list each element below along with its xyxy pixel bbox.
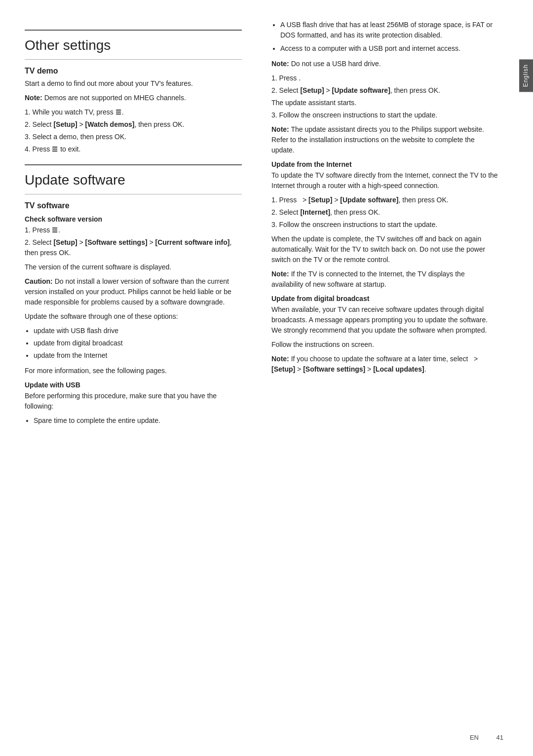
internet-steps: 1. Press > [Setup] > [Update software], … <box>271 195 498 230</box>
update-digital-description: When available, your TV can receive soft… <box>271 304 498 336</box>
usb-step-1: 1. Press . <box>271 73 498 83</box>
tv-demo-step-2: 2. Select [Setup] > [Watch demos], then … <box>25 119 242 130</box>
caution-body: Do not install a lower version of softwa… <box>25 277 231 306</box>
tv-demo-steps: 1. While you watch TV, press ☰. 2. Selec… <box>25 107 242 154</box>
tv-demo-note-label: Note: <box>25 94 42 102</box>
update-software-title: Update software <box>25 172 242 188</box>
update-usb-requirements-start: Spare time to complete the entire update… <box>34 416 242 426</box>
update-usb-req-spare-time: Spare time to complete the entire update… <box>34 416 242 426</box>
check-version-description: The version of the current software is d… <box>25 262 242 272</box>
usb-note-2-text: The update assistant directs you to the … <box>271 125 484 154</box>
right-column: A USB flash drive that has at least 256M… <box>262 20 498 736</box>
check-version-steps: 1. Press ☰. 2. Select [Setup] > [Softwar… <box>25 225 242 258</box>
internet-step-2: 2. Select [Internet], then press OK. <box>271 207 498 218</box>
sidebar-english-tab: English <box>519 59 533 92</box>
tv-demo-step-1: 1. While you watch TV, press ☰. <box>25 107 242 117</box>
usb-requirements-list: A USB flash drive that has at least 256M… <box>280 20 498 54</box>
tv-software-subtitle: TV software <box>25 201 242 210</box>
update-option-usb: update with USB flash drive <box>34 326 242 336</box>
caution-text: Caution: Do not install a lower version … <box>25 276 242 307</box>
usb-step-2: 2. Select [Setup] > [Update software], t… <box>271 85 498 96</box>
internet-note-label: Note: <box>271 270 289 278</box>
left-column: Other settings TV demo Start a demo to f… <box>25 20 262 736</box>
other-settings-title: Other settings <box>25 38 242 53</box>
sidebar-label: English <box>522 64 529 87</box>
internet-note: Note: If the TV is connected to the Inte… <box>271 269 498 290</box>
internet-step-3: 3. Follow the onscreen instructions to s… <box>271 220 498 230</box>
tv-software-divider <box>25 194 242 194</box>
check-version-title: Check software version <box>25 215 242 223</box>
update-usb-title: Update with USB <box>25 381 242 389</box>
usb-step-3: 3. Follow the onscreen instructions to s… <box>271 110 498 120</box>
caution-label: Caution: <box>25 277 53 285</box>
usb-update-assistant-starts: The update assistant starts. <box>271 98 498 108</box>
usb-steps: 1. Press . 2. Select [Setup] > [Update s… <box>271 73 498 120</box>
tv-demo-note-text: Demos are not supported on MHEG channels… <box>44 94 186 102</box>
page-number: 41 <box>496 734 503 741</box>
digital-note-text: If you choose to update the software at … <box>271 355 478 373</box>
tv-demo-divider <box>25 59 242 60</box>
update-internet-description: To update the TV software directly from … <box>271 170 498 191</box>
update-option-digital: update from digital broadcast <box>34 338 242 348</box>
update-option-internet: update from the Internet <box>34 350 242 361</box>
update-software-divider <box>25 164 242 165</box>
update-usb-intro: Before performing this procedure, make s… <box>25 391 242 412</box>
usb-req-computer: Access to a computer with a USB port and… <box>280 43 498 54</box>
usb-note-text: Do not use a USB hard drive. <box>291 60 381 68</box>
tv-demo-note: Note: Demos are not supported on MHEG ch… <box>25 93 242 103</box>
tv-demo-step-4: 4. Press ☰ to exit. <box>25 144 242 154</box>
usb-note-label: Note: <box>271 60 289 68</box>
tv-demo-subtitle: TV demo <box>25 67 242 76</box>
update-internet-title: Update from the Internet <box>271 160 498 168</box>
tv-demo-step-3: 3. Select a demo, then press OK. <box>25 132 242 142</box>
digital-note-label: Note: <box>271 355 289 363</box>
usb-note: Note: Do not use a USB hard drive. <box>271 59 498 69</box>
digital-note: Note: If you choose to update the softwa… <box>271 354 498 375</box>
check-version-step-1: 1. Press ☰. <box>25 225 242 235</box>
other-settings-divider <box>25 30 242 31</box>
usb-note-2: Note: The update assistant directs you t… <box>271 124 498 155</box>
en-label: EN <box>470 734 479 741</box>
update-options-followup: For more information, see the following … <box>25 366 242 376</box>
update-digital-title: Update from digital broadcast <box>271 295 498 302</box>
update-internet-when-complete: When the update is complete, the TV swit… <box>271 234 498 265</box>
update-digital-instruction: Follow the instructions on screen. <box>271 340 498 350</box>
internet-step-1: 1. Press > [Setup] > [Update software], … <box>271 195 498 205</box>
usb-note-2-label: Note: <box>271 125 289 133</box>
check-version-step-2: 2. Select [Setup] > [Software settings] … <box>25 237 242 258</box>
update-options-intro: Update the software through one of these… <box>25 311 242 322</box>
internet-note-text: If the TV is connected to the Internet, … <box>271 270 465 288</box>
usb-req-drive: A USB flash drive that has at least 256M… <box>280 20 498 40</box>
tv-demo-description: Start a demo to find out more about your… <box>25 78 242 89</box>
update-options-list: update with USB flash drive update from … <box>34 326 242 361</box>
